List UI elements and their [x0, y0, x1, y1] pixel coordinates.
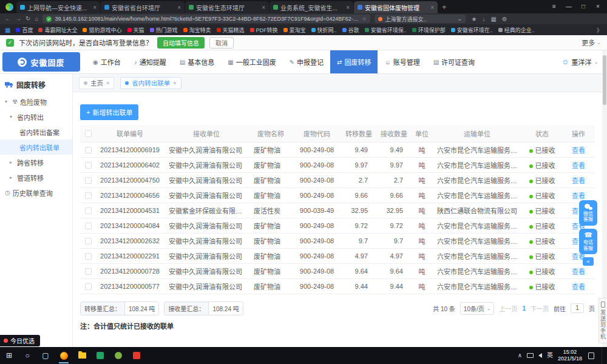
nav-item[interactable]: ▤ 基本信息 — [173, 50, 221, 73]
nav-item[interactable]: ⇄ 固废转移 — [330, 50, 378, 73]
bookmark-item[interactable]: 淘宝特卖 — [183, 26, 211, 34]
today-pick-tag[interactable]: 今日优选 — [0, 335, 40, 346]
add-transfer-button[interactable]: + 新增转出联单 — [80, 104, 138, 120]
browser-tab[interactable]: 安徽省生态环境厅 × — [185, 1, 269, 13]
browser-menu-icon[interactable]: ≡ — [548, 0, 561, 13]
bookmark-item[interactable]: PDF转换 — [250, 26, 278, 34]
bookmark-item[interactable]: 毒霸网址大全 — [38, 26, 77, 34]
toolbar-icon[interactable]: ↓ — [482, 16, 485, 22]
taskbar-app-green2[interactable] — [109, 347, 127, 364]
page-tab[interactable]: 省内转出联单 × — [120, 77, 181, 89]
minimize-button[interactable]: — — [562, 0, 575, 13]
bookmark-item[interactable]: 天猫精选 — [217, 26, 245, 34]
bookmark-item[interactable]: 热门游戏 — [150, 26, 178, 34]
row-checkbox[interactable] — [85, 207, 92, 214]
view-link[interactable]: 查看 — [572, 283, 585, 291]
collapse-arrow[interactable]: « — [583, 257, 594, 266]
taskbar-app-explorer[interactable] — [73, 347, 91, 364]
new-tab-button[interactable]: + — [442, 2, 447, 12]
chevron-down-icon[interactable]: ⌄ — [457, 16, 462, 22]
tab-close-icon[interactable]: × — [93, 4, 97, 11]
toolbar-icon[interactable]: ⚙ — [502, 16, 507, 22]
tab-close-icon[interactable]: × — [430, 4, 434, 11]
display-icon[interactable] — [527, 353, 534, 358]
row-checkbox[interactable] — [85, 238, 92, 244]
notify-more-button[interactable]: 更多 ⌄ — [582, 38, 601, 47]
bookmark-item[interactable]: 经典的企业.. — [498, 26, 535, 34]
bookmark-item[interactable]: 安徽省环境保.. — [365, 26, 407, 34]
nav-item[interactable]: ✎ 申报登记 — [283, 50, 330, 73]
bookmarks-overflow-icon[interactable]: 》 — [597, 26, 602, 34]
view-link[interactable]: 查看 — [572, 162, 585, 169]
wechat-service-button[interactable]: 微信客服 — [579, 200, 597, 226]
forward-icon[interactable]: → — [15, 16, 21, 22]
autofill-confirm-button[interactable]: 自动填写信息 — [157, 37, 205, 49]
home-icon[interactable]: ⌂ — [35, 16, 38, 22]
browser-logo-icon[interactable] — [5, 3, 13, 11]
nav-item[interactable]: ♪ 通知提醒 — [127, 50, 173, 73]
view-link[interactable]: 查看 — [572, 147, 585, 154]
autofill-cancel-button[interactable]: 取消 — [209, 37, 234, 49]
next-page-button[interactable]: 下一页 — [531, 304, 549, 313]
sidebar-item[interactable]: ▸ 管道转移 — [0, 170, 72, 185]
nav-item[interactable]: ☺ 账号管理 — [378, 50, 426, 73]
row-checkbox[interactable] — [85, 253, 92, 260]
task-view-button[interactable]: ▢ — [36, 347, 55, 364]
search-button[interactable]: ○ — [18, 347, 36, 364]
taskbar-app-green[interactable] — [91, 347, 109, 364]
view-link[interactable]: 查看 — [572, 268, 585, 275]
tab-close-icon[interactable]: × — [106, 80, 109, 86]
url-text[interactable]: 39.145.0.162:10081/main/view/home/home.h… — [55, 16, 359, 22]
send-to-phone[interactable]: 发送到手机 — [599, 298, 607, 343]
back-icon[interactable]: ← — [5, 16, 11, 22]
bookmark-item[interactable]: 快折网.. — [311, 26, 337, 34]
row-checkbox[interactable] — [85, 192, 92, 199]
bookmark-star-icon[interactable]: ☆ — [362, 16, 367, 22]
nav-item[interactable]: ◉ 工作台 — [86, 50, 127, 73]
bookmarks-apps-icon[interactable]: ▦ — [5, 27, 10, 33]
row-checkbox[interactable] — [85, 177, 92, 184]
sidebar-item[interactable]: ◷ 历史联单查询 — [0, 185, 72, 200]
bookmark-item[interactable]: 爱淘宝 — [283, 26, 306, 34]
user-menu[interactable]: ☺ 董洋洋 ⌄ — [553, 50, 607, 73]
tab-close-icon[interactable]: × — [346, 4, 350, 11]
bookmark-item[interactable]: 猎豹游戏中心 — [83, 26, 121, 34]
browser-tab[interactable]: 上网导航—安全快速... × — [16, 1, 100, 13]
refresh-icon[interactable]: ↻ — [25, 16, 30, 22]
bookmark-item[interactable]: 天猫 — [127, 26, 144, 34]
browser-tab[interactable]: 安徽省固体废物管理 × — [354, 1, 438, 13]
hot-search-text[interactable]: 上海警方通报女.. — [385, 15, 455, 23]
volume-icon[interactable] — [538, 353, 542, 358]
row-checkbox[interactable] — [85, 268, 92, 275]
row-checkbox[interactable] — [85, 283, 92, 290]
maximize-button[interactable]: □ — [577, 0, 590, 13]
bookmark-item[interactable]: 环境保护部 — [412, 26, 446, 34]
app-logo[interactable]: 安徽固废 — [2, 52, 80, 72]
start-button[interactable]: ⊞ — [0, 347, 18, 364]
sidebar-item[interactable]: 省内转出备案 — [0, 124, 72, 140]
input-method-indicator[interactable]: 英 — [547, 352, 553, 359]
sidebar-item[interactable]: ▾ ☢ 危险废物 — [0, 94, 72, 109]
browser-tab[interactable]: 业务系统_安徽省生... × — [270, 1, 353, 13]
row-checkbox[interactable] — [85, 162, 92, 169]
close-button[interactable]: × — [591, 0, 605, 13]
toolbar-icon[interactable]: ▦ — [490, 16, 496, 22]
toolbar-icon[interactable]: ★ — [471, 16, 476, 22]
phone-service-button[interactable]: ☎ 电话客服 — [579, 229, 597, 254]
nav-item[interactable]: ▤ 许可证查询 — [427, 50, 481, 73]
sidebar-item[interactable]: ▾ 省内转出 — [0, 109, 72, 124]
nav-item[interactable]: ▦ 一般工业固废 — [221, 50, 282, 73]
url-bar[interactable]: ✓ 39.145.0.162:10081/main/view/home/home… — [42, 15, 370, 23]
select-all-checkbox[interactable] — [85, 130, 92, 137]
tab-close-icon[interactable]: × — [177, 4, 181, 11]
current-page-button[interactable]: 1 — [522, 305, 526, 312]
row-checkbox[interactable] — [85, 147, 92, 153]
page-tab[interactable]: 主页 × — [79, 77, 114, 89]
page-size-select[interactable]: 10条/页 ⌄ — [460, 302, 495, 315]
goto-page-input[interactable]: 1 — [571, 303, 584, 313]
view-link[interactable]: 查看 — [572, 177, 585, 184]
tab-close-icon[interactable]: × — [262, 4, 265, 11]
bookmark-item[interactable]: 谷歌 — [342, 26, 359, 34]
row-checkbox[interactable] — [85, 223, 92, 229]
browser-tab[interactable]: 安徽省省台环境厅 × — [101, 1, 185, 13]
